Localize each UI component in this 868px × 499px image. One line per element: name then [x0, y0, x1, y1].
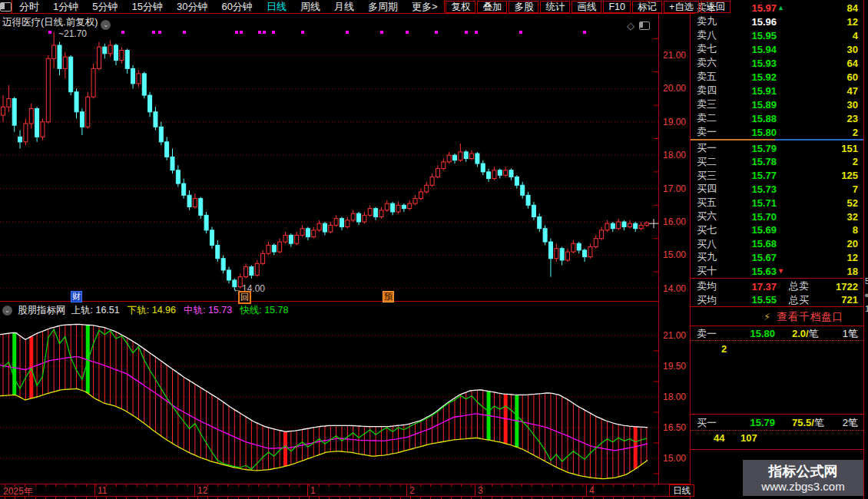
- indicator-name: 股朋指标网: [18, 304, 66, 317]
- order-row-买二[interactable]: 买二15.782: [691, 155, 863, 169]
- axis-tick: [25, 484, 25, 487]
- order-row-买七[interactable]: 买七15.698: [691, 223, 863, 237]
- order-row-买九[interactable]: 买九15.6712: [691, 250, 863, 264]
- axis-tick: [461, 484, 462, 487]
- order-row-卖二[interactable]: 卖二15.8823: [691, 111, 863, 125]
- order-price: 15.70: [723, 211, 777, 223]
- order-row-卖八[interactable]: 卖八15.954: [691, 28, 863, 42]
- order-level-label: 卖九: [691, 15, 723, 28]
- axis-tick: [613, 484, 614, 487]
- order-row-买十[interactable]: 买十15.63▼18: [691, 264, 863, 278]
- order-row-买八[interactable]: 买八15.6820: [691, 237, 863, 251]
- toolbar-button-叠加[interactable]: 叠加: [477, 1, 507, 13]
- axis-tick: [350, 484, 350, 487]
- watermark: 指标公式网 www.zbgs3.com: [743, 460, 863, 496]
- axis-tick: [268, 484, 269, 487]
- axis-tick: [319, 484, 320, 487]
- order-row-卖七[interactable]: 卖七15.9430: [691, 42, 863, 56]
- totals-cell: 17.37: [723, 281, 777, 292]
- title-dropdown-icon[interactable]: ⌄: [101, 20, 111, 30]
- chart-title: 迈得医疗(日线.前复权)⌄: [2, 16, 111, 30]
- order-row-买四[interactable]: 买四15.737: [691, 182, 863, 196]
- menu-item-15分钟[interactable]: 15分钟: [124, 0, 169, 14]
- order-row-买一[interactable]: 买一15.79151: [691, 141, 863, 155]
- main-chart-area[interactable]: 迈得医疗(日线.前复权)⌄ ~21.70 ←14.00 ◇: [0, 14, 659, 301]
- axis-tick: [157, 484, 157, 487]
- period-indicator[interactable]: 日线: [669, 484, 694, 497]
- diamond-marker-icon[interactable]: ◇: [627, 20, 634, 31]
- indicator-dropdown-icon[interactable]: ⌄: [2, 306, 12, 316]
- order-level-label: 买二: [691, 155, 723, 169]
- toolbar-button-统计[interactable]: 统计: [540, 1, 570, 13]
- toolbar-button-标记[interactable]: 标记: [632, 1, 662, 13]
- order-row-卖四[interactable]: 卖四15.9147: [691, 84, 863, 97]
- totals-cell: 15.55: [723, 294, 777, 306]
- menu-item-日线[interactable]: 日线: [260, 0, 293, 14]
- toolbar-button-+自选[interactable]: +自选: [664, 1, 699, 13]
- menu-item-分时[interactable]: 分时: [12, 0, 46, 14]
- buy-detail-top-line: [691, 414, 863, 415]
- menu-item-周线[interactable]: 周线: [293, 0, 327, 14]
- order-price: 15.94: [723, 44, 777, 55]
- menu-item-60分钟[interactable]: 60分钟: [214, 0, 259, 14]
- view-depth-row[interactable]: ⚡ 查看千档盘口: [691, 308, 863, 326]
- axis-tick: [633, 484, 634, 487]
- order-level-label: 买六: [691, 210, 723, 223]
- order-volume: 23: [786, 113, 863, 124]
- axis-tick: [603, 484, 604, 487]
- event-badge-财[interactable]: 财: [71, 291, 82, 302]
- year-label: 2025年: [3, 485, 33, 498]
- candlestick-canvas[interactable]: [0, 14, 659, 301]
- order-row-卖一[interactable]: 卖一15.802: [691, 125, 863, 139]
- toolbar-button-画线[interactable]: 画线: [571, 1, 601, 13]
- axis-tick: [55, 484, 56, 487]
- sell-one-detail-row[interactable]: 卖一 15.80 2.0/笔 1笔: [691, 327, 863, 340]
- order-row-买三[interactable]: 买三15.77125: [691, 169, 863, 183]
- buy-queue-lot-1: 44: [714, 432, 724, 444]
- axis-tick: [207, 484, 208, 487]
- toolbar-button-多股[interactable]: 多股: [509, 1, 538, 13]
- menu-item-30分钟[interactable]: 30分钟: [170, 0, 214, 14]
- event-badge-回[interactable]: 回: [238, 291, 251, 304]
- order-row-买五[interactable]: 买五15.7152: [691, 196, 863, 210]
- top-toolbar: 分时1分钟5分钟15分钟30分钟60分钟日线周线月线多周期更多> 复权叠加多股统…: [0, 0, 695, 14]
- indicator-values: 上轨: 16.51下轨: 14.96中轨: 15.73快线: 15.78: [71, 304, 289, 317]
- totals-cell: 卖均: [691, 279, 723, 293]
- indicator-canvas[interactable]: [0, 301, 659, 484]
- menu-item-1分钟[interactable]: 1分钟: [46, 0, 85, 14]
- axis-tick: [441, 484, 442, 487]
- edge-fragment: 5: [865, 276, 868, 286]
- sell-one-per-lot: 2.0/笔: [792, 327, 819, 341]
- toolbar-button-F10[interactable]: F10: [603, 1, 631, 13]
- axis-tick: [451, 484, 452, 487]
- order-row-买六[interactable]: 买六15.7032: [691, 210, 863, 223]
- order-volume: 18: [786, 266, 863, 277]
- layout-toggle-button[interactable]: [0, 0, 12, 13]
- buy-one-label: 买一: [691, 416, 727, 430]
- axis-tick: [542, 484, 543, 487]
- buy-detail-divider: [691, 430, 863, 431]
- mini-window-icon[interactable]: [639, 21, 650, 30]
- indicator-panel[interactable]: ⌄ 股朋指标网 上轨: 16.51下轨: 14.96中轨: 15.73快线: 1…: [0, 301, 659, 484]
- order-volume: 20: [786, 238, 863, 250]
- month-separator: [586, 484, 587, 496]
- order-row-卖五[interactable]: 卖五15.9260: [691, 70, 863, 84]
- order-volume: 30: [786, 44, 863, 55]
- menu-item-多周期[interactable]: 多周期: [361, 0, 405, 14]
- axis-border: [658, 14, 659, 497]
- order-row-卖三[interactable]: 卖三15.8930: [691, 97, 863, 111]
- menu-item-月线[interactable]: 月线: [327, 0, 361, 14]
- menu-item-5分钟[interactable]: 5分钟: [85, 0, 124, 14]
- buy-one-detail-row[interactable]: 买一 15.79 75.5/笔 2笔: [691, 416, 863, 429]
- view-depth-link[interactable]: 查看千档盘口: [777, 310, 843, 324]
- axis-tick: [502, 484, 502, 487]
- menu-item-更多>[interactable]: 更多>: [405, 0, 445, 14]
- event-badge-预[interactable]: 预: [383, 291, 394, 302]
- order-row-卖九[interactable]: 卖九15.9612: [691, 15, 863, 28]
- order-volume: 4: [786, 30, 863, 41]
- axis-tick: [116, 484, 117, 487]
- toolbar-button-返回[interactable]: 返回: [701, 1, 731, 13]
- toolbar-button-复权[interactable]: 复权: [446, 1, 475, 13]
- order-row-卖六[interactable]: 卖六15.9364: [691, 56, 863, 70]
- indicator-field: 快线: 15.78: [240, 304, 288, 317]
